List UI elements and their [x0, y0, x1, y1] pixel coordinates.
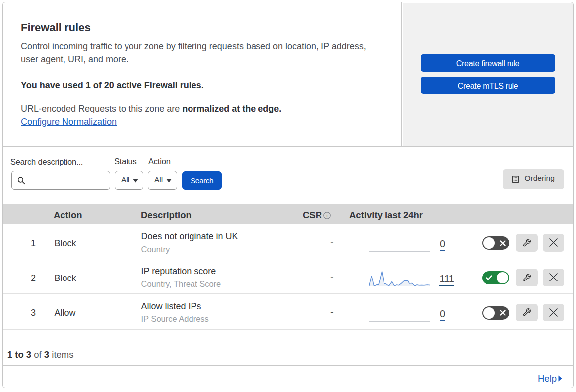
svg-text:i: i	[326, 213, 328, 218]
